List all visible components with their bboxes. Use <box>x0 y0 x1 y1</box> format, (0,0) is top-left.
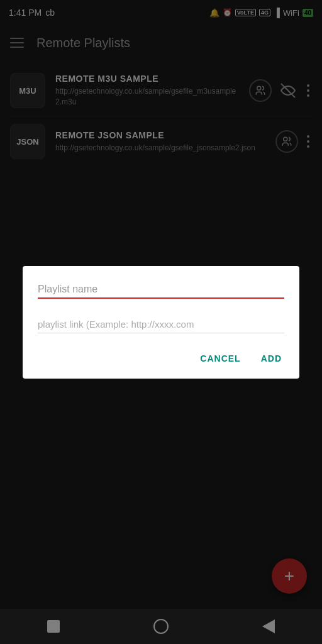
cancel-button[interactable]: CANCEL <box>197 348 243 369</box>
dialog-overlay: CANCEL ADD <box>0 0 322 644</box>
playlist-name-group <box>38 281 284 299</box>
dialog-actions: CANCEL ADD <box>38 348 284 369</box>
playlist-name-input[interactable] <box>38 281 284 299</box>
playlist-link-input[interactable] <box>38 316 284 333</box>
add-playlist-dialog: CANCEL ADD <box>23 266 299 379</box>
add-button[interactable]: ADD <box>258 348 284 369</box>
playlist-link-group <box>38 311 284 333</box>
